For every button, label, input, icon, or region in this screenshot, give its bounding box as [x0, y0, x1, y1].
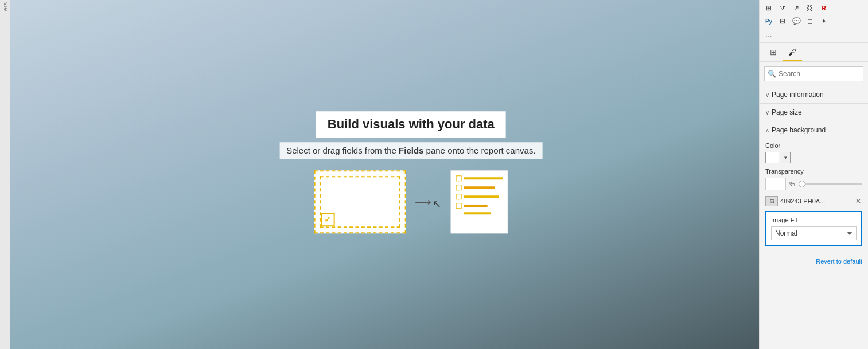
section-page-size: ∨ Page size [760, 104, 868, 121]
image-fit-select[interactable]: Normal Fit Fill Tile [771, 226, 857, 240]
page-size-label: Page size [772, 108, 802, 116]
tab-bar: ⊞ 🖌 [760, 43, 868, 62]
toolbar-icons: ⊞ ⧩ ↗ ⛓ R Py ⊟ 💬 ◻ ✦ ... [760, 0, 868, 43]
illus-box-left [314, 170, 406, 233]
transparency-input[interactable]: 0 [765, 178, 786, 190]
canvas-illustration: ⟶ ↖ [279, 170, 542, 233]
list-line-3 [464, 195, 499, 198]
list-line-5 [464, 212, 491, 214]
more-dots[interactable]: ... [763, 29, 865, 40]
page-background-label: Page background [772, 126, 826, 134]
tab-format[interactable]: 🖌 [783, 43, 802, 61]
image-remove-button[interactable]: ✕ [854, 197, 862, 205]
icon-row-1: ⊞ ⧩ ↗ ⛓ R [763, 2, 865, 14]
section-page-information: ∨ Page information [760, 86, 868, 104]
icon-row-2: Py ⊟ 💬 ◻ ✦ [763, 15, 865, 27]
color-swatch-row: ▾ [765, 152, 862, 163]
canvas-subtitle: Select or drag fields from the Fields pa… [279, 142, 542, 159]
list-check-1 [456, 175, 461, 181]
list-row-4 [456, 203, 503, 209]
page-background-body: Color ▾ Transparency 0 % 🖼 489243-PH0A..… [760, 139, 868, 252]
sparkle-icon-btn[interactable]: ✦ [818, 15, 830, 27]
filter-icon-btn[interactable]: ⧩ [777, 2, 788, 14]
left-strip-text: ers [2, 2, 9, 11]
canvas-title: Build visuals with your data [328, 117, 495, 131]
list-check-2 [456, 185, 461, 190]
list-row-1 [456, 175, 503, 181]
left-strip: ers [0, 0, 10, 349]
tab-fields[interactable]: ⊞ [764, 43, 783, 61]
canvas-area: Build visuals with your data Select or d… [10, 0, 759, 349]
page-information-label: Page information [772, 91, 824, 99]
color-swatch[interactable] [765, 152, 779, 163]
page-bg-chevron: ∧ [765, 127, 769, 134]
image-filename: 489243-PH0A... [780, 198, 852, 205]
list-row-5 [456, 212, 503, 214]
image-fit-label: Image Fit [771, 217, 857, 223]
list-line-1 [464, 177, 503, 179]
section-page-background: ∧ Page background Color ▾ Transparency 0… [760, 121, 868, 252]
percent-label: % [789, 181, 795, 187]
revert-to-default-button[interactable]: Revert to default [816, 258, 862, 265]
page-size-header[interactable]: ∨ Page size [760, 104, 868, 121]
canvas-title-box: Build visuals with your data [316, 111, 506, 138]
arrow-icon: ⟶ [415, 195, 431, 209]
subtitle-text-plain: Select or drag fields from the [286, 146, 399, 155]
chat-icon-btn[interactable]: 💬 [791, 15, 802, 27]
illus-check [321, 213, 334, 226]
revert-btn-container: Revert to default [760, 252, 868, 270]
page-info-chevron: ∨ [765, 92, 769, 98]
cursor-icon: ↖ [433, 198, 441, 210]
expand-icon-btn[interactable]: ↗ [791, 2, 802, 14]
list-line-4 [464, 205, 487, 207]
list-row-3 [456, 194, 503, 199]
color-dropdown-btn[interactable]: ▾ [781, 152, 791, 163]
arrow-cursor-group: ⟶ ↖ [415, 193, 441, 210]
subtitle-text-end: pane onto the report canvas. [423, 146, 535, 155]
format2-icon-btn[interactable]: ⊟ [777, 15, 788, 27]
right-panel: ⊞ ⧩ ↗ ⛓ R Py ⊟ 💬 ◻ ✦ ... ⊞ 🖌 🔍 ∨ Pag [759, 0, 868, 349]
image-fit-section: Image Fit Normal Fit Fill Tile [765, 211, 862, 246]
transparency-slider-track[interactable] [799, 183, 862, 185]
list-row-2 [456, 185, 503, 190]
search-box: 🔍 [764, 66, 863, 81]
page-size-chevron: ∨ [765, 109, 769, 116]
illus-list [450, 170, 508, 233]
image-thumbnail: 🖼 [765, 196, 778, 206]
visual2-icon-btn[interactable]: ◻ [804, 15, 816, 27]
page-background-header[interactable]: ∧ Page background [760, 121, 868, 139]
search-input[interactable] [764, 66, 863, 81]
transparency-row: 0 % [765, 178, 862, 190]
image-file-row: 🖼 489243-PH0A... ✕ [765, 196, 862, 206]
canvas-content: Build visuals with your data Select or d… [279, 111, 542, 233]
link-icon-btn[interactable]: ⛓ [804, 2, 816, 14]
list-check-3 [456, 194, 461, 199]
r-visual-icon-btn[interactable]: R [818, 2, 830, 14]
transparency-slider-thumb[interactable] [799, 181, 805, 187]
transparency-label: Transparency [765, 168, 862, 175]
list-line-2 [464, 186, 495, 189]
py-icon-btn[interactable]: Py [763, 15, 774, 27]
page-information-header[interactable]: ∨ Page information [760, 86, 868, 103]
table-icon-btn[interactable]: ⊞ [763, 2, 774, 14]
list-check-4 [456, 203, 461, 209]
search-icon: 🔍 [768, 70, 776, 78]
subtitle-fields-bold: Fields [399, 146, 423, 155]
color-label: Color [765, 142, 862, 149]
